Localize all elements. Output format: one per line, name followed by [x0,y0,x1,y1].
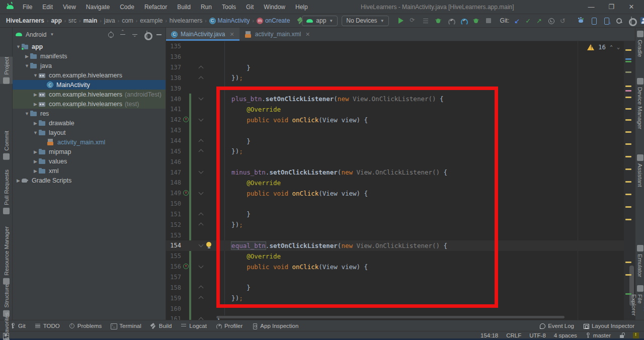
menu-item-run[interactable]: Run [196,2,216,13]
tree-item-com-example-hivelearners[interactable]: ▶com.example.hivelearners(test) [13,99,166,109]
debug-button[interactable] [435,17,442,24]
history-icon[interactable] [547,17,554,24]
tree-item-activity-main-xml[interactable]: activity_main.xml [13,137,166,147]
rollback-icon[interactable]: ↺ [560,18,566,24]
toolwindow-build[interactable]: Build [146,323,177,329]
readonly-lock-icon[interactable] [619,332,625,338]
apply-changes-icon[interactable] [410,17,417,24]
fold-marker-icon[interactable] [199,139,204,144]
menu-item-git[interactable]: Git [242,2,258,13]
tree-chevron-expanded[interactable]: ▼ [33,73,38,78]
breadcrumb-item-example[interactable]: example [139,17,164,24]
overriding-method-icon[interactable]: ↑ [183,190,189,196]
tree-item-mipmap[interactable]: ▶mipmap [13,147,166,156]
stripe-item-resource-manager[interactable]: Resource Manager [0,226,13,285]
caret-position[interactable]: 154:18 [480,332,498,338]
tree-chevron-expanded[interactable]: ▼ [33,130,38,135]
tree-chevron-collapsed[interactable]: ▶ [33,92,38,97]
run-button[interactable] [397,17,404,24]
menu-item-file[interactable]: File [18,2,37,13]
minimize-button[interactable]: — [583,2,600,13]
stripe-item-pull-requests[interactable]: Pull Requests [0,169,13,214]
locate-file-icon[interactable] [107,31,114,38]
maximize-button[interactable]: ❐ [603,2,620,13]
fold-marker-icon[interactable] [199,296,204,301]
sdk-manager-icon[interactable] [603,17,610,24]
error-stripe-mark[interactable] [625,90,631,92]
tree-item-manifests[interactable]: ▶manifests [13,51,166,61]
fold-marker-icon[interactable] [199,149,204,154]
profile-avatar[interactable] [640,17,644,24]
error-stripe-mark[interactable] [625,274,631,276]
notification-icon[interactable] [633,332,639,338]
stripe-item-project[interactable]: Project [0,57,13,84]
tree-chevron-collapsed[interactable]: ▶ [33,168,38,174]
fold-marker-icon[interactable] [199,317,204,320]
device-manager-icon[interactable] [578,17,585,24]
toolwindow-todo[interactable]: TODO [30,323,64,329]
error-stripe-mark[interactable] [625,97,631,98]
tree-chevron-collapsed[interactable]: ▶ [33,159,38,164]
search-everywhere-icon[interactable] [615,17,622,24]
fold-marker-icon[interactable] [199,286,204,291]
error-stripe-mark[interactable] [625,168,631,170]
fold-marker-icon[interactable] [199,116,204,121]
tree-item-gradle-scripts[interactable]: ▶Gradle Scripts [13,176,166,185]
inspections-widget[interactable]: 16 ⌃ ⌄ [587,43,620,51]
tree-item-com-example-hivelearners[interactable]: ▼com.example.hivelearners [13,70,166,80]
toolwindow-profiler[interactable]: Profiler [211,323,247,329]
fold-marker-icon[interactable] [199,242,204,247]
project-settings-gear-icon[interactable] [143,31,150,38]
device-select[interactable]: No Devices ▼ [342,16,388,26]
tree-chevron-expanded[interactable]: ▼ [24,111,30,116]
tree-item-mainactivity[interactable]: CMainActivity [13,80,166,90]
menu-item-view[interactable]: View [58,2,80,13]
profiler-low-overhead-icon[interactable] [460,17,467,24]
stripe-item-device-file-explorer[interactable]: Device File Explorer [635,285,644,320]
breadcrumb-item-hivelearners[interactable]: HiveLearners [5,17,45,24]
menu-item-build[interactable]: Build [173,2,195,13]
fold-marker-icon[interactable] [199,263,204,268]
error-stripe-mark[interactable] [625,156,631,157]
tab-close-icon[interactable]: ✕ [305,31,310,38]
stripe-item-gradle[interactable]: Gradle [635,31,644,57]
error-stripe-mark[interactable] [625,108,631,110]
encoding-indicator[interactable]: UTF-8 [529,332,546,338]
tree-chevron-collapsed[interactable]: ▶ [16,178,21,183]
menu-item-tools[interactable]: Tools [217,2,240,13]
breadcrumb-item-mainactivity[interactable]: CMainActivity [208,17,251,24]
stripe-item-emulator[interactable]: Emulator [635,245,644,277]
error-stripe-mark[interactable] [625,61,631,62]
git-update-icon[interactable]: ↙ [514,18,520,24]
profile-button[interactable] [447,17,454,24]
tree-chevron-collapsed[interactable]: ▶ [33,149,38,154]
tree-chevron-collapsed[interactable]: ▶ [33,121,38,126]
tab-mainactivity-java[interactable]: CMainActivity.java✕ [166,28,239,41]
stop-button[interactable] [485,17,492,24]
collapse-all-icon[interactable] [131,31,138,38]
toolwindow-event-log[interactable]: Event Log [535,323,579,329]
tree-chevron-collapsed[interactable]: ▶ [24,54,30,59]
project-view-selector[interactable]: Android ▼ [16,31,54,38]
tree-chevron-expanded[interactable]: ▼ [24,63,30,68]
code-line-136[interactable]: 136 [166,52,624,62]
code-line-138[interactable]: 138 }); [166,73,624,83]
fold-marker-icon[interactable] [199,223,204,228]
tree-item-app[interactable]: ▼app [13,42,166,51]
stripe-item-commit[interactable]: Commit [0,131,13,160]
breadcrumb-item-oncreate[interactable]: monCreate [256,17,291,24]
menu-item-navigate[interactable]: Navigate [82,2,114,13]
overriding-method-icon[interactable]: ↑ [183,264,189,269]
menu-item-help[interactable]: Help [291,2,312,13]
git-branch-indicator[interactable]: master [585,332,611,338]
close-button[interactable]: ✕ [623,2,640,13]
line-ending-indicator[interactable]: CRLF [506,332,521,338]
tree-item-values[interactable]: ▶values [13,156,166,166]
fold-marker-icon[interactable] [199,190,204,195]
tree-item-drawable[interactable]: ▶drawable [13,118,166,128]
tree-chevron-expanded[interactable]: ▼ [16,44,21,49]
git-push-icon[interactable]: ↗ [536,18,542,24]
run-configuration-select[interactable]: app ▼ [302,16,338,26]
fold-marker-icon[interactable] [199,65,204,70]
stripe-item-structure[interactable]: Structure [0,284,13,317]
